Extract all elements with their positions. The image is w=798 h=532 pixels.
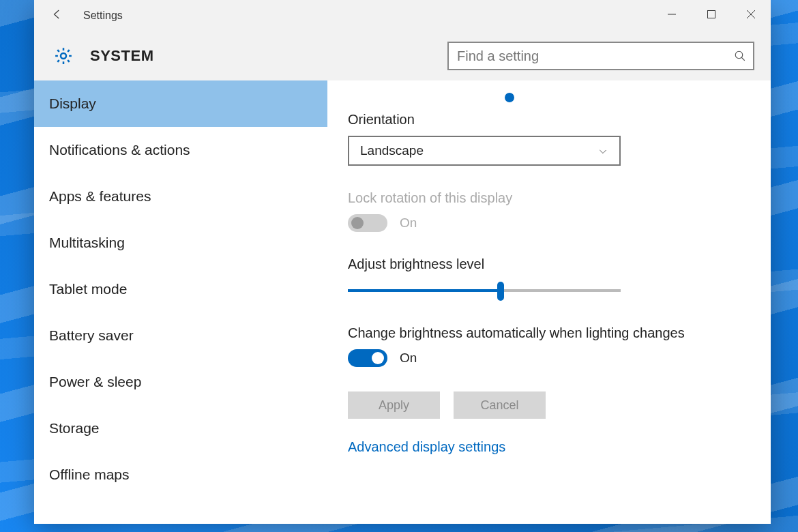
slider-thumb[interactable] xyxy=(497,282,504,301)
sidebar-item-multitasking[interactable]: Multitasking xyxy=(34,220,327,266)
orientation-label: Orientation xyxy=(348,112,750,128)
sidebar: Display Notifications & actions Apps & f… xyxy=(34,80,327,524)
sidebar-item-label: Storage xyxy=(49,420,100,437)
sidebar-item-notifications[interactable]: Notifications & actions xyxy=(34,127,327,173)
button-label: Apply xyxy=(379,398,409,413)
sidebar-item-label: Display xyxy=(49,95,96,112)
sidebar-item-offline-maps[interactable]: Offline maps xyxy=(34,452,327,498)
search-container xyxy=(447,42,754,70)
svg-point-2 xyxy=(735,51,743,59)
sidebar-item-label: Multitasking xyxy=(49,235,125,251)
search-icon xyxy=(734,50,746,62)
content-pane: Orientation Landscape Lock rotation of t… xyxy=(327,80,771,524)
sidebar-item-battery-saver[interactable]: Battery saver xyxy=(34,312,327,359)
apply-button[interactable]: Apply xyxy=(348,391,440,419)
close-icon xyxy=(746,10,756,22)
svg-point-1 xyxy=(61,53,66,59)
link-label: Advanced display settings xyxy=(348,439,505,454)
sidebar-item-label: Tablet mode xyxy=(49,281,127,297)
lock-rotation-state: On xyxy=(400,216,417,231)
settings-window: Settings SYSTEM xyxy=(34,0,771,524)
cancel-button[interactable]: Cancel xyxy=(454,391,546,419)
slider-fill xyxy=(348,289,501,292)
sidebar-item-apps[interactable]: Apps & features xyxy=(34,173,327,220)
chevron-down-icon xyxy=(597,145,608,156)
button-label: Cancel xyxy=(480,398,518,413)
brightness-slider[interactable] xyxy=(348,280,621,301)
close-button[interactable] xyxy=(731,0,771,31)
resolution-slider-thumb[interactable] xyxy=(505,93,514,102)
page-title: SYSTEM xyxy=(90,47,153,65)
header: SYSTEM xyxy=(34,31,771,80)
maximize-icon xyxy=(707,10,716,22)
sidebar-item-label: Power & sleep xyxy=(49,374,141,390)
minimize-icon xyxy=(667,10,677,22)
button-row: Apply Cancel xyxy=(348,391,750,419)
back-button[interactable] xyxy=(42,0,72,31)
sidebar-item-label: Battery saver xyxy=(49,327,134,344)
window-title: Settings xyxy=(83,10,123,22)
sidebar-item-tablet-mode[interactable]: Tablet mode xyxy=(34,266,327,312)
lock-rotation-label: Lock rotation of this display xyxy=(348,190,750,206)
advanced-display-link[interactable]: Advanced display settings xyxy=(348,439,750,455)
lock-rotation-row: On xyxy=(348,214,750,232)
orientation-value: Landscape xyxy=(360,143,424,158)
auto-brightness-toggle[interactable] xyxy=(348,349,387,367)
titlebar: Settings xyxy=(34,0,771,31)
back-arrow-icon xyxy=(51,8,63,23)
toggle-knob xyxy=(372,352,384,364)
svg-rect-0 xyxy=(708,11,715,18)
gear-icon xyxy=(53,46,74,66)
window-controls xyxy=(652,0,771,31)
auto-brightness-row: On xyxy=(348,349,750,367)
auto-brightness-state: On xyxy=(400,351,417,366)
lock-rotation-toggle xyxy=(348,214,387,232)
maximize-button[interactable] xyxy=(692,0,731,31)
body: Display Notifications & actions Apps & f… xyxy=(34,80,771,524)
sidebar-item-display[interactable]: Display xyxy=(34,80,327,127)
sidebar-item-label: Offline maps xyxy=(49,467,130,483)
orientation-select[interactable]: Landscape xyxy=(348,136,621,166)
minimize-button[interactable] xyxy=(652,0,692,31)
sidebar-item-label: Notifications & actions xyxy=(49,142,190,158)
sidebar-item-power-sleep[interactable]: Power & sleep xyxy=(34,359,327,405)
search-input[interactable] xyxy=(447,42,754,70)
toggle-knob xyxy=(351,217,364,229)
brightness-label: Adjust brightness level xyxy=(348,256,750,272)
sidebar-item-label: Apps & features xyxy=(49,188,151,205)
sidebar-item-storage[interactable]: Storage xyxy=(34,405,327,452)
auto-brightness-label: Change brightness automatically when lig… xyxy=(348,325,750,341)
